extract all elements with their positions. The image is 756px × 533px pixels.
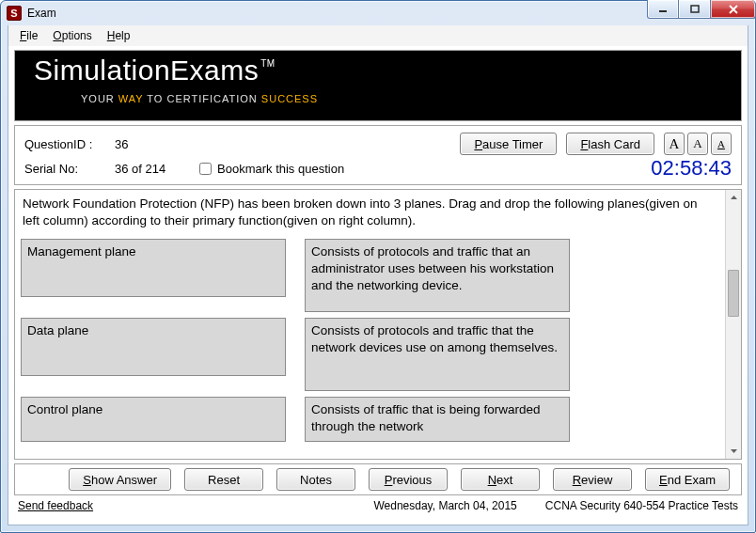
drag-drop-row: Control plane Consists of traffic that i…	[21, 397, 719, 442]
flash-card-button[interactable]: Flash Card	[566, 133, 654, 155]
bookmark-checkbox-input[interactable]	[199, 163, 212, 175]
menu-options[interactable]: Options	[47, 27, 97, 44]
bookmark-checkbox[interactable]: Bookmark this question	[199, 162, 344, 176]
font-medium-button[interactable]: A	[687, 133, 708, 155]
menu-help[interactable]: Help	[102, 27, 136, 44]
previous-button[interactable]: Previous	[369, 468, 448, 491]
title-bar[interactable]: S Exam	[1, 1, 755, 25]
drag-source-data-plane[interactable]: Data plane	[21, 318, 286, 376]
maximize-button[interactable]	[679, 0, 711, 19]
reset-button[interactable]: Reset	[184, 468, 263, 491]
notes-button[interactable]: Notes	[276, 468, 355, 491]
drop-target-1[interactable]: Consists of protocols and traffic that a…	[305, 239, 570, 312]
pause-timer-button[interactable]: Pause Timer	[460, 133, 557, 155]
window-frame: S Exam File Options Help SimulationExams…	[0, 0, 756, 533]
bookmark-label: Bookmark this question	[217, 162, 344, 176]
action-button-row: Show Answer Reset Notes Previous Next Re…	[14, 463, 742, 495]
question-id-value: 36	[115, 137, 199, 151]
end-exam-button[interactable]: End Exam	[645, 468, 730, 491]
minimize-button[interactable]	[647, 0, 679, 19]
drop-target-2[interactable]: Consists of protocols and traffic that t…	[305, 318, 570, 391]
drag-source-management-plane[interactable]: Management plane	[21, 239, 286, 297]
window-controls	[647, 0, 756, 19]
scroll-up-button[interactable]	[726, 190, 741, 206]
show-answer-button[interactable]: Show Answer	[69, 468, 171, 491]
review-button[interactable]: Review	[553, 468, 632, 491]
menu-file[interactable]: File	[14, 27, 43, 44]
brand-banner: SimulationExamsTM YOUR WAY TO CERTIFICAT…	[14, 50, 742, 121]
brand-tagline: YOUR WAY TO CERTIFICATION SUCCESS	[81, 93, 318, 104]
font-small-button[interactable]: A	[711, 133, 732, 155]
question-text: Network Foundation Protection (NFP) has …	[23, 196, 717, 229]
scrollbar-track[interactable]	[726, 206, 741, 443]
timer-display: 02:58:43	[634, 156, 732, 180]
scroll-down-button[interactable]	[726, 443, 741, 459]
vertical-scrollbar[interactable]	[725, 190, 741, 459]
next-button[interactable]: Next	[461, 468, 540, 491]
question-panel: Network Foundation Protection (NFP) has …	[14, 189, 742, 460]
question-body: Network Foundation Protection (NFP) has …	[15, 190, 725, 459]
scrollbar-thumb[interactable]	[728, 270, 739, 317]
brand-title: SimulationExamsTM	[34, 55, 274, 86]
drag-source-control-plane[interactable]: Control plane	[21, 397, 286, 442]
app-icon: S	[7, 6, 22, 21]
drag-drop-row: Management plane Consists of protocols a…	[21, 239, 719, 312]
status-date: Wednesday, March 04, 2015	[373, 499, 516, 512]
svg-rect-0	[659, 10, 667, 12]
send-feedback-link[interactable]: Send feedback	[18, 499, 93, 512]
svg-rect-1	[691, 6, 699, 12]
font-size-controls: A A A	[664, 133, 732, 155]
serial-no-value: 36 of 214	[115, 162, 199, 176]
window-title: Exam	[27, 7, 56, 20]
font-large-button[interactable]: A	[664, 133, 685, 155]
drop-target-3[interactable]: Consists of traffic that is being forwar…	[305, 397, 570, 442]
question-header-panel: QuestionID : 36 Pause Timer Flash Card A…	[14, 125, 742, 185]
close-button[interactable]	[711, 0, 756, 19]
drag-drop-row: Data plane Consists of protocols and tra…	[21, 318, 719, 391]
menu-bar: File Options Help	[8, 25, 748, 46]
client-area: File Options Help SimulationExamsTM YOUR…	[8, 25, 748, 525]
question-id-label: QuestionID :	[24, 137, 115, 151]
status-bar: Send feedback Wednesday, March 04, 2015 …	[8, 497, 748, 516]
status-test-name: CCNA Security 640-554 Practice Tests	[545, 499, 738, 512]
serial-no-label: Serial No:	[24, 162, 115, 176]
